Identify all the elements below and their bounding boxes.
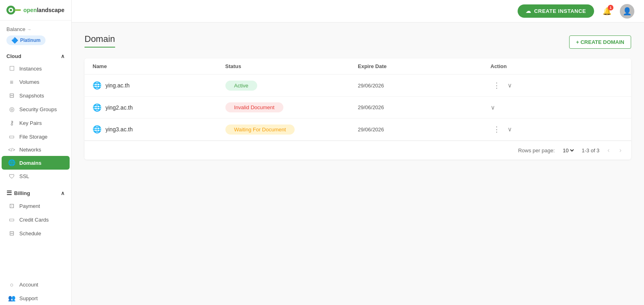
logo-open: open (23, 7, 37, 13)
rows-per-page-label: Rows per page: (518, 147, 555, 154)
domain-name-1: ying.ac.th (105, 82, 130, 89)
sidebar-item-domains[interactable]: 🌐 Domains (2, 156, 70, 170)
sidebar-item-payment-label: Payment (19, 203, 40, 209)
sidebar-item-payment[interactable]: ⊡ Payment (2, 199, 70, 213)
create-instance-label: CREATE INSTANCE (534, 8, 586, 14)
support-icon: 👥 (8, 295, 15, 302)
domains-icon: 🌐 (8, 159, 15, 166)
expand-button-2[interactable]: ∨ (491, 104, 495, 111)
security-groups-icon: ◎ (8, 106, 15, 113)
billing-section-header: ☰ Billing ∧ (0, 186, 71, 199)
sidebar-item-snapshots[interactable]: ⊟ Snapshots (2, 89, 70, 102)
status-cell-1: Active (225, 81, 358, 91)
sidebar-item-security-groups-label: Security Groups (19, 106, 57, 112)
sidebar-item-file-storage-label: File Storage (19, 134, 47, 140)
action-cell-1: ⋮ ∨ (491, 80, 623, 91)
sidebar-item-account[interactable]: ○ Account (2, 278, 70, 291)
sidebar-item-account-label: Account (19, 282, 38, 288)
sidebar-item-credit-cards-label: Credit Cards (19, 217, 49, 223)
volumes-icon: ≡ (8, 79, 15, 85)
billing-icon: ☰ (6, 189, 12, 197)
action-cell-2: ∨ (491, 104, 623, 111)
sidebar-item-volumes-label: Volumes (19, 79, 39, 85)
domain-name-cell-3: 🌐 ying3.ac.th (93, 125, 225, 134)
domain-name-cell-2: 🌐 ying2.ac.th (93, 103, 225, 112)
cloud-icon: ☁ (526, 8, 531, 14)
logo-landscape: landscape (37, 7, 64, 13)
page-title-wrap: Domain (85, 34, 115, 48)
notification-badge: 1 (608, 5, 613, 10)
col-header-status: Status (225, 63, 358, 69)
sidebar-item-security-groups[interactable]: ◎ Security Groups (2, 102, 70, 116)
next-page-button[interactable]: › (618, 146, 623, 155)
sidebar-item-domains-label: Domains (19, 160, 41, 166)
rows-per-page-select[interactable]: 10 25 50 (561, 147, 575, 154)
cloud-section: Cloud ∧ ☐ Instances ≡ Volumes ⊟ Snapshot… (0, 50, 71, 186)
page-info: 1-3 of 3 (582, 147, 599, 154)
globe-icon: 🌐 (93, 81, 101, 90)
status-badge-invalid: Invalid Document (225, 102, 283, 112)
balance-label: Balance (6, 26, 25, 32)
col-header-name: Name (93, 63, 225, 69)
sidebar-item-instances-label: Instances (19, 66, 42, 72)
col-header-action: Action (491, 63, 623, 69)
sidebar-item-credit-cards[interactable]: ▭ Credit Cards (2, 213, 70, 226)
sidebar: openlandscape Balance → 🔷 Platinum Cloud… (0, 0, 72, 305)
create-domain-label: + CREATE DOMAIN (576, 39, 624, 45)
sidebar-item-support[interactable]: 👥 Support (2, 291, 70, 305)
user-avatar-button[interactable]: 👤 (620, 4, 634, 19)
expand-button-3[interactable]: ∨ (508, 126, 512, 133)
snapshots-icon: ⊟ (8, 92, 15, 99)
sidebar-item-key-pairs-label: Key Pairs (19, 120, 42, 126)
table-row: 🌐 ying.ac.th Active 29/06/2026 ⋮ ∨ (85, 75, 631, 97)
sidebar-item-networks-label: Networks (19, 147, 41, 153)
balance-link[interactable]: Balance → (0, 21, 71, 35)
pagination: Rows per page: 10 25 50 1-3 of 3 ‹ › (85, 141, 631, 160)
sidebar-item-instances[interactable]: ☐ Instances (2, 62, 70, 75)
sidebar-item-ssl[interactable]: 🛡 SSL (2, 170, 70, 183)
globe-icon: 🌐 (93, 125, 101, 134)
domain-table: Name Status Expire Date Action 🌐 ying.ac… (85, 58, 631, 160)
sidebar-item-schedule[interactable]: ⊟ Schedule (2, 226, 70, 240)
prev-page-button[interactable]: ‹ (606, 146, 611, 155)
create-domain-button[interactable]: + CREATE DOMAIN (569, 35, 631, 49)
table-header: Name Status Expire Date Action (85, 58, 631, 75)
instances-icon: ☐ (8, 65, 15, 72)
globe-icon: 🌐 (93, 103, 101, 112)
file-storage-icon: ▭ (8, 133, 15, 140)
table-row: 🌐 ying2.ac.th Invalid Document 29/06/202… (85, 97, 631, 118)
table-row: 🌐 ying3.ac.th Waiting For Document 29/06… (85, 118, 631, 141)
col-header-expire: Expire Date (358, 63, 491, 69)
main-area: ☁ CREATE INSTANCE 🔔 1 👤 Domain + CREATE … (72, 0, 644, 305)
schedule-icon: ⊟ (8, 230, 15, 237)
cloud-section-header: Cloud ∧ (0, 50, 71, 62)
sidebar-item-ssl-label: SSL (19, 173, 29, 179)
sidebar-item-key-pairs[interactable]: ⚷ Key Pairs (2, 116, 70, 130)
ssl-icon: 🛡 (8, 173, 15, 180)
svg-point-2 (10, 9, 12, 11)
logo: openlandscape (0, 0, 71, 21)
sidebar-item-volumes[interactable]: ≡ Volumes (2, 75, 70, 89)
networks-icon: </> (8, 147, 15, 153)
action-cell-3: ⋮ ∨ (491, 124, 623, 135)
expand-button-1[interactable]: ∨ (508, 82, 512, 89)
svg-rect-3 (14, 9, 21, 11)
sidebar-item-networks[interactable]: </> Networks (2, 143, 70, 156)
payment-icon: ⊡ (8, 202, 15, 210)
billing-section: ☰ Billing ∧ ⊡ Payment ▭ Credit Cards ⊟ S… (0, 186, 71, 243)
page-title: Domain (85, 34, 115, 48)
topbar: ☁ CREATE INSTANCE 🔔 1 👤 (72, 0, 644, 23)
domain-name-cell-1: 🌐 ying.ac.th (93, 81, 225, 90)
logo-icon (6, 6, 21, 15)
dots-menu-button-3[interactable]: ⋮ (491, 124, 503, 135)
status-cell-2: Invalid Document (225, 102, 358, 112)
sidebar-item-file-storage[interactable]: ▭ File Storage (2, 130, 70, 143)
plan-badge-label: Platinum (20, 37, 41, 43)
notification-button[interactable]: 🔔 1 (600, 4, 614, 19)
credit-cards-icon: ▭ (8, 216, 15, 223)
status-badge-waiting: Waiting For Document (225, 124, 295, 135)
content-area: Domain + CREATE DOMAIN Name Status Expir… (72, 23, 644, 305)
avatar-icon: 👤 (623, 7, 632, 16)
dots-menu-button-1[interactable]: ⋮ (491, 80, 503, 91)
create-instance-button[interactable]: ☁ CREATE INSTANCE (518, 4, 594, 18)
